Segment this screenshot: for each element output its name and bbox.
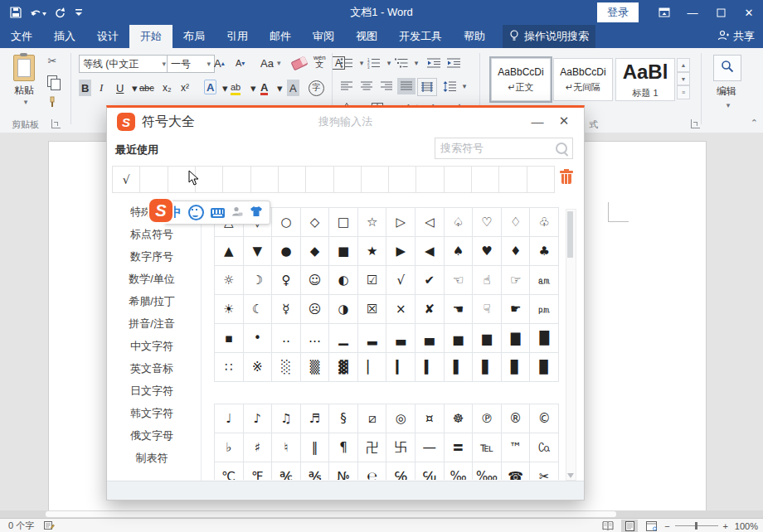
clear-recent-trash-icon[interactable] bbox=[560, 171, 573, 186]
tab-help[interactable]: 帮助 bbox=[453, 25, 496, 48]
character-shading-button[interactable]: A bbox=[287, 80, 299, 96]
category-tab[interactable]: 数学/单位 bbox=[114, 268, 189, 290]
symbol-cell[interactable]: ☆ bbox=[358, 208, 387, 237]
symbol-cell[interactable]: ♀ bbox=[272, 266, 301, 295]
symbol-cell[interactable]: 〓 bbox=[445, 433, 474, 462]
highlight-dropdown-arrow[interactable]: ▾ bbox=[250, 80, 256, 96]
zoom-level[interactable]: 100% bbox=[733, 521, 758, 531]
symbol-cell[interactable]: █ bbox=[530, 324, 559, 353]
zoom-out-button[interactable]: − bbox=[664, 521, 669, 531]
underline-dropdown-arrow[interactable]: ▾ bbox=[132, 80, 138, 96]
symbol-cell[interactable]: ♢ bbox=[502, 208, 531, 237]
recent-symbol-cell[interactable] bbox=[334, 167, 362, 193]
symbol-cell[interactable]: ☛ bbox=[502, 295, 531, 324]
symbol-cell[interactable]: ★ bbox=[358, 237, 387, 266]
symbol-cell[interactable]: ♮ bbox=[272, 433, 301, 462]
symbol-cell[interactable]: 卐 bbox=[386, 433, 416, 462]
superscript-button[interactable]: x² bbox=[181, 80, 189, 96]
ribbon-display-options-icon[interactable] bbox=[650, 0, 678, 25]
symbol-cell[interactable]: ☟ bbox=[473, 295, 502, 324]
minimize-button[interactable]: — bbox=[678, 0, 707, 25]
symbol-cell[interactable]: ㏘ bbox=[530, 295, 559, 324]
recent-symbol-cell[interactable] bbox=[472, 167, 499, 193]
proofing-icon[interactable] bbox=[44, 520, 55, 532]
italic-button[interactable]: I bbox=[100, 80, 103, 96]
symbol-cell[interactable]: ▒ bbox=[301, 353, 330, 382]
symbol-cell[interactable]: ℡ bbox=[473, 433, 502, 462]
symbol-cell[interactable]: ◑ bbox=[329, 295, 358, 324]
tell-me-search[interactable]: 操作说明搜索 bbox=[503, 25, 595, 48]
symbol-cell[interactable]: ▲ bbox=[215, 237, 244, 266]
symbol-cell[interactable]: ☒ bbox=[358, 295, 387, 324]
clipboard-dialog-launcher[interactable] bbox=[51, 119, 61, 128]
symbol-cell[interactable]: ▊ bbox=[502, 353, 531, 382]
symbol-cell[interactable]: ☜ bbox=[445, 266, 474, 295]
tab-mailings[interactable]: 邮件 bbox=[259, 25, 302, 48]
tab-references[interactable]: 引用 bbox=[216, 25, 259, 48]
tab-design[interactable]: 设计 bbox=[86, 25, 129, 48]
symbol-cell[interactable]: ✂ bbox=[530, 462, 559, 480]
style-heading1[interactable]: AaBl 标题 1 bbox=[615, 58, 675, 101]
symbol-search-input[interactable]: 搜索符号 bbox=[435, 138, 573, 159]
horizontal-scrollbar-thumb[interactable] bbox=[46, 511, 616, 517]
collapse-ribbon-icon[interactable]: ⌃ bbox=[751, 118, 758, 128]
dialog-close-button[interactable]: ✕ bbox=[554, 111, 574, 131]
bullet-list-icon[interactable] bbox=[338, 55, 356, 71]
symbol-cell[interactable]: ※ bbox=[244, 353, 273, 382]
category-tab[interactable]: 希腊/拉丁 bbox=[114, 290, 189, 312]
category-tab[interactable]: 日文字符 bbox=[114, 380, 189, 402]
category-tab[interactable]: 标点符号 bbox=[114, 223, 189, 245]
symbol-cell[interactable]: ♧ bbox=[530, 208, 559, 237]
tab-layout[interactable]: 布局 bbox=[173, 25, 216, 48]
recent-symbol-cell[interactable] bbox=[499, 167, 527, 193]
multilevel-list-dropdown[interactable]: ▾ bbox=[413, 55, 420, 71]
category-tab[interactable]: 英文音标 bbox=[114, 357, 189, 380]
justify-icon[interactable] bbox=[397, 78, 416, 94]
symbol-cell[interactable]: ♡ bbox=[473, 208, 502, 237]
symbol-cell[interactable]: ℀ bbox=[272, 462, 301, 480]
font-name-select[interactable]: 等线 (中文正▾ bbox=[79, 55, 170, 73]
recent-symbol-cell[interactable] bbox=[389, 167, 416, 193]
symbol-cell[interactable]: ♦ bbox=[502, 237, 531, 266]
symbol-cell[interactable]: ∷ bbox=[215, 353, 244, 382]
emoji-icon[interactable] bbox=[188, 205, 204, 220]
line-spacing-icon[interactable] bbox=[440, 78, 459, 94]
tab-developer[interactable]: 开发工具 bbox=[388, 25, 453, 48]
symbol-cell[interactable]: ¶ bbox=[329, 433, 358, 462]
symbol-cell[interactable]: ▁ bbox=[329, 324, 358, 353]
text-effects-dropdown-arrow[interactable]: ▾ bbox=[222, 80, 228, 96]
sogou-ime-logo[interactable]: S bbox=[149, 199, 173, 222]
symbol-cell[interactable]: ■ bbox=[329, 237, 358, 266]
share-button[interactable]: 共享 bbox=[717, 25, 755, 48]
scrollbar-thumb[interactable] bbox=[567, 211, 573, 258]
align-left-icon[interactable] bbox=[338, 78, 356, 94]
zoom-in-button[interactable]: + bbox=[723, 521, 728, 531]
decrease-indent-icon[interactable] bbox=[425, 55, 443, 71]
phonetic-guide-icon[interactable]: wén文 bbox=[313, 53, 326, 70]
symbol-cell[interactable]: ▶ bbox=[386, 237, 416, 266]
recent-symbol-cell[interactable] bbox=[416, 167, 444, 193]
print-layout-icon[interactable] bbox=[621, 520, 638, 532]
symbol-cell[interactable]: ☼ bbox=[215, 266, 244, 295]
recent-symbol-cell[interactable] bbox=[251, 167, 279, 193]
category-tab[interactable]: 制表符 bbox=[114, 447, 189, 469]
symbol-cell[interactable]: ♫ bbox=[272, 404, 301, 433]
account-icon[interactable] bbox=[231, 206, 243, 220]
recent-symbol-cell[interactable] bbox=[279, 167, 306, 193]
symbol-cell[interactable]: ℅ bbox=[386, 462, 416, 480]
symbol-cell[interactable]: ▪ bbox=[215, 324, 244, 353]
symbol-cell[interactable]: © bbox=[530, 404, 559, 433]
symbol-cell[interactable]: ♠ bbox=[445, 237, 474, 266]
soft-keyboard-icon[interactable] bbox=[211, 208, 225, 218]
symbol-cell[interactable]: ♥ bbox=[473, 237, 502, 266]
symbol-cell[interactable]: • bbox=[244, 324, 273, 353]
symbol-cell[interactable]: ▏ bbox=[358, 353, 387, 382]
symbol-cell[interactable]: № bbox=[329, 462, 358, 480]
symbol-cell[interactable]: ♯ bbox=[244, 433, 273, 462]
symbol-cell[interactable]: ☾ bbox=[244, 295, 273, 324]
symbol-cell[interactable]: ㏇ bbox=[530, 433, 559, 462]
format-painter-icon[interactable] bbox=[43, 94, 61, 109]
symbol-cell[interactable]: ▓ bbox=[329, 353, 358, 382]
recent-symbol-cell[interactable] bbox=[140, 167, 168, 193]
recent-symbol-cell[interactable] bbox=[445, 167, 472, 193]
